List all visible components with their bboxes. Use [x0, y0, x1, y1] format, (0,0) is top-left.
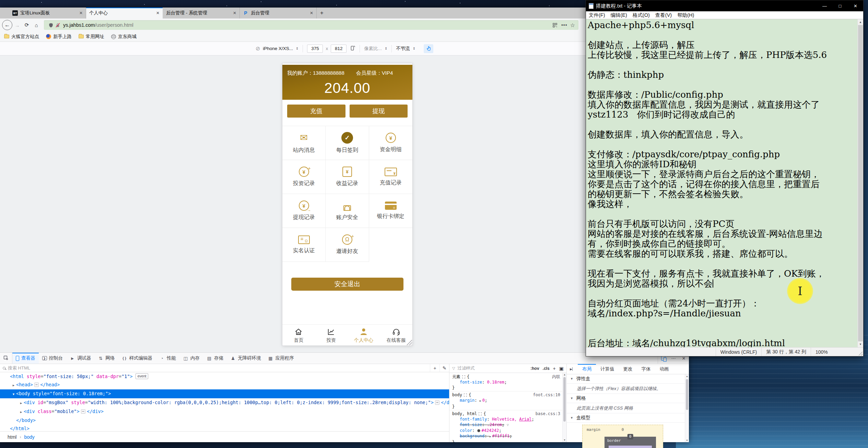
new-tab-button[interactable]: + [317, 8, 327, 19]
html-tree-row[interactable]: </html> [0, 424, 449, 431]
box-model-diagram[interactable]: margin 0 border 0 [582, 425, 663, 448]
color-swatch[interactable] [477, 429, 480, 432]
devtools-tab-accessibility[interactable]: 无障碍环境 [227, 353, 265, 364]
sidebar-tab-动画[interactable]: 动画 [655, 364, 673, 374]
menu-item[interactable]: 格式(O) [630, 12, 653, 19]
minimize-button[interactable]: — [817, 0, 832, 11]
stylesheet-source-link[interactable]: 内联 [552, 374, 560, 379]
event-badge[interactable]: event [136, 373, 149, 379]
css-declaration[interactable]: font-family: Helvetica, Arial; [449, 416, 562, 422]
html-search-bar[interactable]: 搜索 HTML + ✎ [0, 364, 449, 372]
sidebar-tab-更改[interactable]: 更改 [619, 364, 637, 374]
tab-close-icon[interactable]: ✕ [156, 11, 160, 15]
tab-close-icon[interactable]: ✕ [79, 11, 83, 15]
browser-tab[interactable]: P后台管理✕ [240, 8, 317, 19]
nav-tab-home[interactable]: 首页 [282, 325, 315, 346]
devtools-tab-console[interactable]: 控制台 [39, 353, 67, 364]
expander-icon[interactable]: ▶ [19, 399, 24, 407]
highlight-all-icon[interactable] [479, 412, 482, 415]
devtools-tab-memory[interactable]: 内存 [179, 353, 203, 364]
device-selector[interactable]: iPhone X/XS... [263, 46, 293, 51]
element-picker-icon[interactable] [0, 353, 12, 364]
html-tree-row[interactable]: ▶<div id="msgBox" style="width: 100%;bac… [0, 398, 449, 407]
close-button[interactable]: ✕ [848, 0, 863, 11]
css-declaration[interactable]: margin: ▶0; [449, 398, 562, 404]
browser-tab[interactable]: BT宝塔Linux面板✕ [9, 8, 86, 19]
viewport-width-input[interactable] [307, 45, 323, 53]
rotate-viewport-icon[interactable] [349, 45, 355, 52]
maximize-button[interactable]: □ [832, 0, 848, 11]
add-node-icon[interactable]: + [430, 364, 439, 372]
shield-icon[interactable] [47, 23, 54, 28]
sidebar-tab-布局[interactable]: 布局 [578, 364, 596, 374]
grid-item-invest[interactable]: 投资记录 [282, 160, 326, 194]
back-button[interactable]: ← [2, 20, 12, 30]
devtools-tab-performance[interactable]: 性能 [156, 353, 179, 364]
devtools-tab-application[interactable]: 应用程序 [265, 353, 297, 364]
more-icon[interactable]: ••• [561, 22, 567, 28]
highlight-all-icon[interactable] [464, 393, 467, 397]
devtools-tab-inspector[interactable]: 查看器 [12, 353, 39, 364]
bookmark-item[interactable]: 常用网址 [79, 34, 104, 40]
html-tree-row[interactable]: ▼<body style="font-size: 0.18rem;"> [0, 389, 449, 398]
menu-item[interactable]: 查看(V) [653, 12, 675, 19]
throttling-selector[interactable]: 不节流 [396, 46, 410, 52]
css-rule-selector[interactable]: body, html{base.css:3 [449, 411, 562, 416]
grid-item-lock[interactable]: 账户安全 [326, 194, 369, 228]
devtools-tab-storage[interactable]: 存储 [203, 353, 227, 364]
withdraw-button[interactable]: 提现 [350, 105, 408, 118]
notepad-scrollbar[interactable]: ▲ ▼ [857, 19, 863, 347]
devtools-tab-style-editor[interactable]: 样式编辑器 [118, 353, 156, 364]
browser-tab[interactable]: 后台管理 - 系统管理✕ [163, 8, 240, 19]
home-button[interactable]: ⌂ [32, 20, 41, 30]
rules-scrollbar[interactable]: ▲▼ [562, 373, 566, 442]
nav-tab-person[interactable]: 个人中心 [348, 325, 380, 346]
breadcrumb-html[interactable]: html [8, 434, 16, 440]
css-rule-selector[interactable]: 元素{内联 [449, 374, 562, 379]
css-declaration[interactable]: font-size: 0.18rem; [449, 379, 562, 385]
sidebar-expand-icon[interactable]: ▶▏ [567, 364, 578, 374]
notepad-text-area[interactable]: Apache+php5.6+mysql创建站点，上传源码，解压上传比较慢，我这里… [586, 19, 863, 347]
grid-item-id[interactable]: 实名认证 [282, 228, 326, 262]
url-bar[interactable]: ys.jahbs1.com/user/person.html ••• ☆ [44, 20, 578, 30]
qr-code-icon[interactable] [552, 23, 559, 28]
expander-icon[interactable]: ▶ [11, 381, 16, 389]
touch-disabled-icon[interactable]: ⊘ [256, 45, 260, 52]
grid-item-recharge[interactable]: 充值记录 [369, 160, 412, 194]
grid-item-withdraw[interactable]: 提现记录 [282, 194, 326, 228]
menu-item[interactable]: 编辑(E) [608, 12, 630, 19]
expand-shorthand-icon[interactable]: ▶ [490, 434, 491, 439]
tab-close-icon[interactable]: ✕ [310, 11, 313, 15]
print-media-icon[interactable]: ▣ [559, 366, 564, 371]
sidebar-tab-计算值[interactable]: 计算值 [596, 364, 619, 374]
sidebar-tab-字体[interactable]: 字体 [637, 364, 655, 374]
scroll-down-icon[interactable]: ▼ [858, 341, 863, 347]
css-declaration[interactable]: color: #424242; [449, 428, 562, 433]
logout-button[interactable]: 安全退出 [291, 278, 403, 291]
layout-scrollbar[interactable]: ▲▼ [685, 374, 689, 442]
grid-section-header[interactable]: ▼ 网格 [567, 394, 689, 403]
pseudo-class-toggle[interactable]: :hov [530, 366, 539, 371]
lock-slash-icon[interactable] [54, 23, 61, 28]
html-tree-row[interactable]: ▶<div class="mobile">⋯</div> [0, 407, 449, 416]
menu-item[interactable]: 帮助(H) [675, 12, 697, 19]
expander-icon[interactable]: ▼ [11, 390, 16, 398]
forward-button[interactable]: → [12, 20, 22, 30]
eyedropper-icon[interactable]: ✎ [439, 364, 449, 372]
boxmodel-section-header[interactable]: ▼ 盒模型 [567, 413, 689, 423]
css-declaration[interactable]: background: ▶#f1f1f1; [449, 433, 562, 439]
grid-item-invite[interactable]: 邀请好友 [326, 228, 369, 262]
viewport-height-input[interactable] [331, 45, 347, 53]
scroll-up-icon[interactable]: ▲ [858, 19, 863, 25]
notepad-title-bar[interactable]: 搭建教程.txt - 记事本 — □ ✕ [586, 0, 863, 11]
css-declaration[interactable]: font-size: .24rem;▽ [449, 422, 562, 428]
add-rule-icon[interactable]: + [553, 366, 556, 371]
grid-item-sign[interactable]: 每日签到 [326, 126, 369, 160]
html-tree-row[interactable]: ▶<head>⋯</head> [0, 380, 449, 389]
class-toggle[interactable]: .cls [543, 366, 550, 371]
touch-simulation-button[interactable] [424, 44, 433, 53]
stylesheet-source-link[interactable]: base.css:3 [536, 411, 560, 416]
style-filter-bar[interactable]: ▽ 过滤样式 :hov .cls + ▣ [449, 364, 566, 373]
html-tree-row[interactable]: </body> [0, 416, 449, 424]
expander-icon[interactable]: ▶ [19, 408, 24, 416]
